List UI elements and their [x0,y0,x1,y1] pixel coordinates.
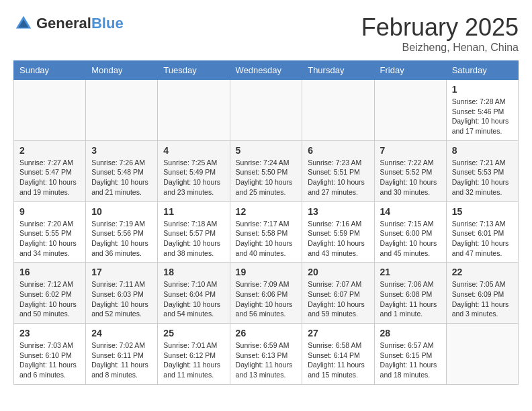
day-number: 12 [236,206,297,217]
day-cell: 12Sunrise: 7:17 AM Sunset: 5:58 PM Dayli… [230,201,302,263]
day-number: 27 [308,328,368,338]
day-number: 9 [19,206,80,217]
week-row-5: 23Sunrise: 7:03 AM Sunset: 6:10 PM Dayli… [14,324,519,385]
day-cell [374,80,446,141]
day-info: Sunrise: 7:22 AM Sunset: 5:52 PM Dayligh… [380,158,441,197]
day-number: 3 [91,145,152,156]
day-info: Sunrise: 7:27 AM Sunset: 5:47 PM Dayligh… [19,158,80,197]
calendar: SundayMondayTuesdayWednesdayThursdayFrid… [13,60,519,385]
day-number: 5 [236,145,297,156]
day-cell: 27Sunrise: 6:58 AM Sunset: 6:14 PM Dayli… [302,324,374,385]
day-info: Sunrise: 7:15 AM Sunset: 6:00 PM Dayligh… [380,219,441,259]
day-cell: 2Sunrise: 7:27 AM Sunset: 5:47 PM Daylig… [14,140,86,201]
day-cell: 20Sunrise: 7:07 AM Sunset: 6:07 PM Dayli… [302,263,374,324]
day-info: Sunrise: 7:16 AM Sunset: 5:59 PM Dayligh… [308,219,368,259]
day-number: 15 [452,206,513,217]
logo-general: General [36,15,91,32]
title-block: February 2025 Beizheng, Henan, China [361,13,519,54]
day-info: Sunrise: 7:03 AM Sunset: 6:10 PM Dayligh… [19,340,80,380]
day-cell: 15Sunrise: 7:13 AM Sunset: 6:01 PM Dayli… [446,201,518,263]
day-info: Sunrise: 7:26 AM Sunset: 5:48 PM Dayligh… [91,158,152,197]
day-info: Sunrise: 6:57 AM Sunset: 6:15 PM Dayligh… [380,340,441,380]
day-cell: 18Sunrise: 7:10 AM Sunset: 6:04 PM Dayli… [158,263,230,324]
day-number: 8 [452,145,513,156]
day-cell: 3Sunrise: 7:26 AM Sunset: 5:48 PM Daylig… [86,140,158,201]
day-info: Sunrise: 7:07 AM Sunset: 6:07 PM Dayligh… [308,279,368,319]
day-info: Sunrise: 7:21 AM Sunset: 5:53 PM Dayligh… [452,158,513,197]
day-header-sunday: Sunday [14,61,86,80]
day-cell: 22Sunrise: 7:05 AM Sunset: 6:09 PM Dayli… [446,263,518,324]
day-info: Sunrise: 7:06 AM Sunset: 6:08 PM Dayligh… [380,279,441,319]
day-number: 18 [163,267,224,277]
day-cell: 25Sunrise: 7:01 AM Sunset: 6:12 PM Dayli… [158,324,230,385]
day-info: Sunrise: 6:58 AM Sunset: 6:14 PM Dayligh… [308,340,368,380]
month-title: February 2025 [361,13,519,42]
week-row-2: 2Sunrise: 7:27 AM Sunset: 5:47 PM Daylig… [14,140,519,201]
day-number: 24 [91,328,152,338]
day-cell [446,324,518,385]
day-cell [86,80,158,141]
day-info: Sunrise: 7:11 AM Sunset: 6:03 PM Dayligh… [91,279,152,319]
day-cell: 21Sunrise: 7:06 AM Sunset: 6:08 PM Dayli… [374,263,446,324]
day-number: 10 [91,206,152,217]
day-number: 26 [236,328,297,338]
day-cell [14,80,86,141]
location: Beizheng, Henan, China [361,42,519,54]
day-cell: 1Sunrise: 7:28 AM Sunset: 5:46 PM Daylig… [446,80,518,141]
day-number: 20 [308,267,368,277]
day-info: Sunrise: 7:02 AM Sunset: 6:11 PM Dayligh… [91,340,152,380]
day-number: 11 [163,206,224,217]
calendar-header-row: SundayMondayTuesdayWednesdayThursdayFrid… [14,61,519,80]
day-info: Sunrise: 7:18 AM Sunset: 5:57 PM Dayligh… [163,219,224,259]
day-number: 6 [308,145,368,156]
day-info: Sunrise: 7:17 AM Sunset: 5:58 PM Dayligh… [236,219,297,259]
day-cell: 28Sunrise: 6:57 AM Sunset: 6:15 PM Dayli… [374,324,446,385]
day-number: 4 [163,145,224,156]
day-cell: 24Sunrise: 7:02 AM Sunset: 6:11 PM Dayli… [86,324,158,385]
day-number: 7 [380,145,441,156]
day-number: 2 [19,145,80,156]
day-cell: 4Sunrise: 7:25 AM Sunset: 5:49 PM Daylig… [158,140,230,201]
day-number: 16 [19,267,80,277]
day-info: Sunrise: 7:01 AM Sunset: 6:12 PM Dayligh… [163,340,224,380]
day-info: Sunrise: 7:13 AM Sunset: 6:01 PM Dayligh… [452,219,513,259]
day-info: Sunrise: 7:25 AM Sunset: 5:49 PM Dayligh… [163,158,224,197]
day-cell: 5Sunrise: 7:24 AM Sunset: 5:50 PM Daylig… [230,140,302,201]
day-info: Sunrise: 7:19 AM Sunset: 5:56 PM Dayligh… [91,219,152,259]
day-cell: 19Sunrise: 7:09 AM Sunset: 6:06 PM Dayli… [230,263,302,324]
day-cell: 23Sunrise: 7:03 AM Sunset: 6:10 PM Dayli… [14,324,86,385]
day-number: 1 [452,84,513,95]
day-number: 23 [19,328,80,338]
day-header-friday: Friday [374,61,446,80]
day-cell: 16Sunrise: 7:12 AM Sunset: 6:02 PM Dayli… [14,263,86,324]
day-info: Sunrise: 7:10 AM Sunset: 6:04 PM Dayligh… [163,279,224,319]
day-cell: 13Sunrise: 7:16 AM Sunset: 5:59 PM Dayli… [302,201,374,263]
day-cell: 6Sunrise: 7:23 AM Sunset: 5:51 PM Daylig… [302,140,374,201]
day-cell: 10Sunrise: 7:19 AM Sunset: 5:56 PM Dayli… [86,201,158,263]
day-header-thursday: Thursday [302,61,374,80]
day-header-saturday: Saturday [446,61,518,80]
day-cell: 14Sunrise: 7:15 AM Sunset: 6:00 PM Dayli… [374,201,446,263]
day-cell: 8Sunrise: 7:21 AM Sunset: 5:53 PM Daylig… [446,140,518,201]
week-row-4: 16Sunrise: 7:12 AM Sunset: 6:02 PM Dayli… [14,263,519,324]
day-cell: 11Sunrise: 7:18 AM Sunset: 5:57 PM Dayli… [158,201,230,263]
day-cell: 26Sunrise: 6:59 AM Sunset: 6:13 PM Dayli… [230,324,302,385]
day-cell: 9Sunrise: 7:20 AM Sunset: 5:55 PM Daylig… [14,201,86,263]
day-number: 17 [91,267,152,277]
page-header: GeneralBlue February 2025 Beizheng, Hena… [13,13,519,54]
day-cell [302,80,374,141]
day-number: 22 [452,267,513,277]
logo-icon [13,13,34,34]
day-header-monday: Monday [86,61,158,80]
day-number: 25 [163,328,224,338]
day-info: Sunrise: 6:59 AM Sunset: 6:13 PM Dayligh… [236,340,297,380]
day-cell [230,80,302,141]
week-row-1: 1Sunrise: 7:28 AM Sunset: 5:46 PM Daylig… [14,80,519,141]
day-number: 21 [380,267,441,277]
week-row-3: 9Sunrise: 7:20 AM Sunset: 5:55 PM Daylig… [14,201,519,263]
day-cell: 7Sunrise: 7:22 AM Sunset: 5:52 PM Daylig… [374,140,446,201]
day-cell: 17Sunrise: 7:11 AM Sunset: 6:03 PM Dayli… [86,263,158,324]
day-info: Sunrise: 7:24 AM Sunset: 5:50 PM Dayligh… [236,158,297,197]
logo-blue: Blue [91,15,124,32]
day-header-wednesday: Wednesday [230,61,302,80]
